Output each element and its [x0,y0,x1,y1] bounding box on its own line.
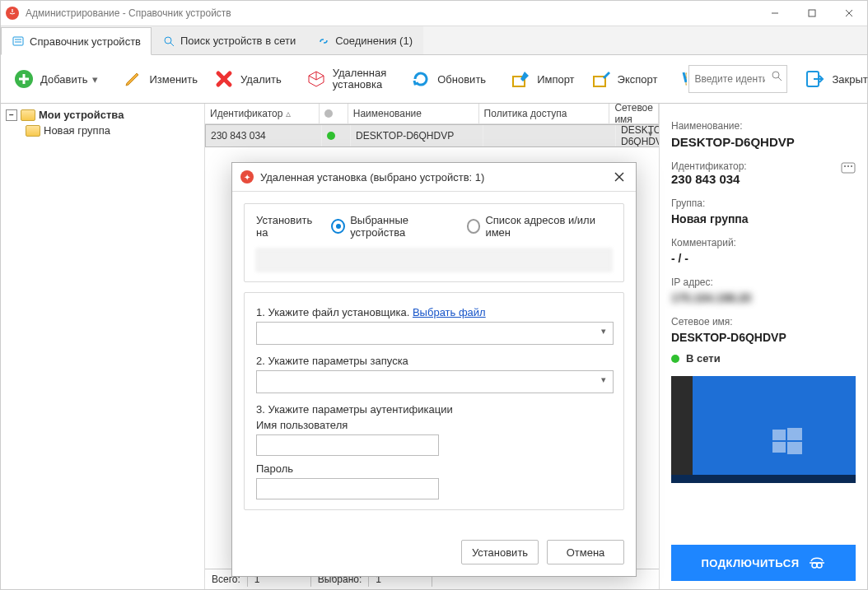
username-input[interactable] [256,434,439,456]
col-policy[interactable]: Политика доступа [479,104,610,123]
tab-discover[interactable]: Поиск устройств в сети [152,26,306,54]
minimize-button[interactable] [756,1,793,26]
svg-point-10 [165,37,171,44]
plus-icon [12,67,35,91]
radio-selected-devices[interactable]: Выбранные устройства [331,214,456,239]
folder-icon [26,125,40,137]
import-button[interactable]: Импорт [502,64,581,94]
svg-rect-26 [844,165,846,167]
table-row[interactable]: 230 843 034 DESKTOP-D6QHDVP DESKTOP-D6QH… [205,124,659,147]
svg-point-22 [772,72,779,78]
window-title: Администрирование - Справочник устройств [26,7,231,19]
list-icon [12,35,25,48]
status-online-icon [327,132,335,140]
detail-id: 230 843 034 [671,172,836,186]
svg-rect-7 [13,37,23,45]
svg-line-23 [778,77,782,81]
tree-group[interactable]: Новая группа [2,123,203,138]
detail-net: DESKTOP-D6QHDVP [671,331,856,344]
search-icon [162,35,175,48]
grid-header: Идентификатор▵ Наименование Политика дос… [205,104,659,124]
app-icon [6,7,19,20]
tab-label: Соединения (1) [335,35,413,47]
status-online-icon [671,355,679,363]
import-icon [509,67,532,91]
svg-point-33 [812,563,817,568]
detail-group: Новая группа [671,212,856,225]
col-status[interactable] [320,104,348,123]
tab-connections[interactable]: Соединения (1) [306,26,423,54]
dialog-titlebar: ✦ Удаленная установка (выбрано устройств… [232,163,636,192]
cancel-button[interactable]: Отмена [547,540,624,564]
tab-label: Справочник устройств [30,35,141,48]
windows-icon [771,425,804,460]
edit-button[interactable]: Изменить [114,64,204,94]
svg-rect-32 [787,442,802,454]
close-button[interactable]: Закрыть [797,64,868,94]
tab-devices[interactable]: Справочник устройств [1,27,152,55]
remote-install-button[interactable]: Удаленнаяустановка [298,64,394,95]
username-label: Имя пользователя [256,419,612,431]
screen-thumbnail[interactable] [671,376,856,483]
connect-button[interactable]: подключиться [671,545,856,581]
device-tree: − Мои устройства Новая группа [1,104,205,589]
titlebar: Администрирование - Справочник устройств [1,1,867,26]
detail-name: DESKTOP-D6QHDVP [671,135,856,149]
folder-icon [21,109,35,121]
dialog-title: Удаленная установка (выбрано устройств: … [260,171,484,184]
link-icon [317,35,330,48]
svg-rect-31 [772,442,786,453]
package-icon [305,67,328,91]
columns-button[interactable]: Колонки [674,64,687,94]
maximize-button[interactable] [793,1,830,26]
export-icon [590,67,613,91]
exit-icon [804,67,827,91]
close-window-button[interactable] [830,1,867,26]
col-id[interactable]: Идентификатор▵ [205,104,320,123]
search-wrap [688,65,787,93]
keyboard-icon[interactable] [841,162,856,176]
radio-on-icon [331,219,345,234]
svg-point-34 [817,563,822,568]
add-button[interactable]: Добавить ▾ [6,64,105,94]
svg-rect-30 [787,428,802,440]
col-name[interactable]: Наименование [348,104,479,123]
spy-icon [808,553,826,574]
detail-comment-label: Комментарий: [671,237,856,249]
detail-id-label: Идентификатор: [671,160,836,172]
svg-line-11 [170,43,174,46]
password-label: Пароль [256,462,612,475]
step2-label: 2. Укажите параметры запуска [256,355,612,367]
address-list-input-disabled [256,249,612,272]
col-network[interactable]: Сетевое имя [609,104,659,123]
columns-icon [680,67,687,91]
sort-asc-icon: ▵ [286,108,291,119]
step1-label: 1. Укажите файл установщика. Выбрать фай… [256,306,612,318]
radio-off-icon [467,219,481,234]
radio-address-list[interactable]: Список адресов и/или имен [467,214,612,239]
detail-net-label: Сетевое имя: [671,316,856,328]
app-icon: ✦ [240,170,254,184]
refresh-button[interactable]: Обновить [403,64,492,94]
export-button[interactable]: Экспорт [583,64,665,94]
tree-root[interactable]: − Мои устройства [2,107,203,123]
detail-online: В сети [671,352,856,365]
installer-file-select[interactable] [256,322,614,345]
svg-line-1 [10,13,12,14]
tab-label: Поиск устройств в сети [180,35,296,47]
dialog-close-button[interactable] [611,169,628,185]
launch-params-select[interactable] [256,370,614,393]
svg-rect-28 [851,165,852,167]
install-button[interactable]: Установить [461,540,539,564]
delete-button[interactable]: Удалить [206,64,288,94]
install-on-label: Установить на [256,214,321,239]
svg-rect-4 [809,10,815,16]
password-input[interactable] [256,478,439,499]
svg-rect-25 [842,163,855,173]
details-panel: Наименование: DESKTOP-D6QHDVP Идентифика… [660,104,867,589]
svg-rect-27 [847,165,849,167]
remote-install-dialog: ✦ Удаленная установка (выбрано устройств… [231,162,637,577]
collapse-icon[interactable]: − [6,109,17,121]
main-tabs: Справочник устройств Поиск устройств в с… [1,26,867,55]
choose-file-link[interactable]: Выбрать файл [413,306,486,318]
